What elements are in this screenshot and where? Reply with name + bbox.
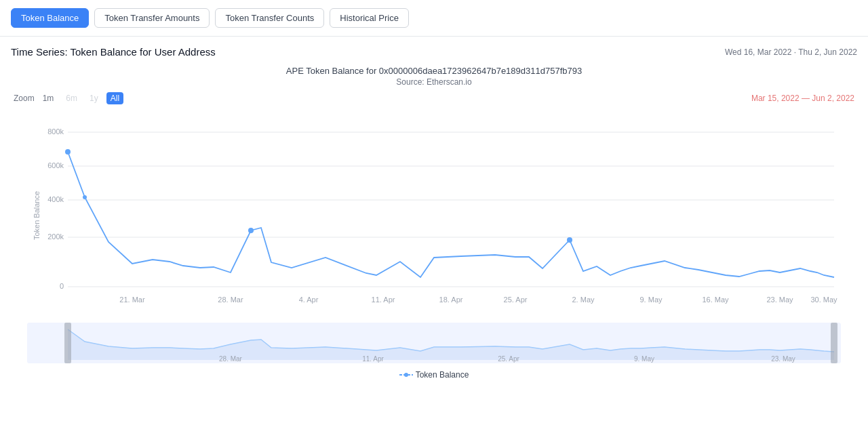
chart-legend: Token Balance (11, 370, 857, 380)
svg-text:200k: 200k (47, 232, 64, 241)
main-chart: Token Balance 800k 600k 400k 200k 0 (11, 107, 857, 317)
svg-text:25. Apr: 25. Apr (498, 355, 519, 363)
chart-source: Source: Etherscan.io (11, 77, 857, 87)
mini-chart: 28. Mar 11. Apr 25. Apr 9. May 23. May (11, 323, 857, 363)
header-date-range: Wed 16, Mar 2022 · Thu 2, Jun 2022 (725, 47, 857, 57)
chart-date-range: Mar 15, 2022 — Jun 2, 2022 (751, 94, 854, 103)
svg-text:11. Apr: 11. Apr (372, 296, 395, 304)
svg-text:Token Balance: Token Balance (33, 191, 41, 240)
svg-point-35 (404, 373, 408, 377)
zoom-1y[interactable]: 1y (85, 92, 102, 104)
svg-text:16. May: 16. May (702, 296, 729, 304)
tab-historical-price[interactable]: Historical Price (330, 8, 409, 28)
page-title: Time Series: Token Balance for User Addr… (11, 46, 216, 58)
tab-token-balance[interactable]: Token Balance (11, 8, 89, 28)
tab-token-transfer-amounts[interactable]: Token Transfer Amounts (94, 8, 210, 28)
svg-text:9. May: 9. May (634, 355, 654, 363)
svg-text:23. May: 23. May (766, 296, 793, 304)
svg-text:4. Apr: 4. Apr (299, 296, 319, 304)
svg-text:18. Apr: 18. Apr (439, 296, 463, 304)
zoom-label: Zoom (14, 94, 35, 103)
svg-text:800k: 800k (47, 127, 64, 136)
zoom-row: Zoom 1m 6m 1y All Mar 15, 2022 — Jun 2, … (11, 92, 857, 104)
chart-container: APE Token Balance for 0x0000006daea17239… (0, 63, 868, 380)
svg-text:25. Apr: 25. Apr (504, 296, 528, 304)
mini-chart-container: 28. Mar 11. Apr 25. Apr 9. May 23. May (11, 323, 857, 363)
svg-text:400k: 400k (47, 195, 64, 203)
svg-text:11. Apr: 11. Apr (362, 355, 384, 363)
zoom-6m[interactable]: 6m (62, 92, 81, 104)
tab-bar: Token Balance Token Transfer Amounts Tok… (0, 0, 868, 37)
chart-title: APE Token Balance for 0x0000006daea17239… (11, 66, 857, 76)
zoom-all[interactable]: All (106, 92, 123, 104)
svg-text:21. Mar: 21. Mar (119, 296, 145, 304)
svg-text:2. May: 2. May (572, 296, 595, 304)
svg-rect-27 (64, 323, 71, 363)
svg-point-12 (248, 228, 254, 233)
zoom-1m[interactable]: 1m (39, 92, 58, 104)
legend-label: Token Balance (416, 370, 469, 380)
svg-point-11 (65, 149, 71, 155)
svg-point-14 (83, 195, 87, 199)
svg-point-13 (567, 237, 572, 243)
svg-rect-28 (831, 323, 837, 363)
svg-text:9. May: 9. May (639, 296, 663, 304)
tab-token-transfer-counts[interactable]: Token Transfer Counts (215, 8, 324, 28)
svg-text:28. Mar: 28. Mar (219, 355, 243, 363)
svg-text:28. Mar: 28. Mar (218, 296, 243, 304)
legend-token-balance: Token Balance (399, 370, 469, 380)
svg-text:600k: 600k (47, 161, 64, 169)
page-header: Time Series: Token Balance for User Addr… (0, 37, 868, 63)
svg-text:30. May: 30. May (810, 296, 837, 304)
svg-text:0: 0 (60, 282, 64, 290)
svg-text:23. May: 23. May (771, 355, 795, 363)
